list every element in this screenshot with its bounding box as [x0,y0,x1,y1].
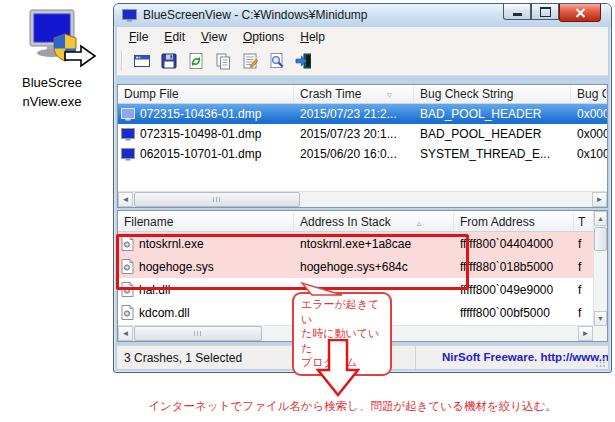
window-title: BlueScreenView - C:¥Windows¥Minidump [143,8,368,22]
upper-horizontal-scrollbar[interactable]: ◄ ► [118,191,607,207]
annotation-bottom-text: インターネットでファイル名から検索し、問題が起きている機材を絞り込む。 [90,399,615,414]
scrollbar-corner [593,326,607,341]
toolbar [117,47,608,76]
driver-list-header: Filename Address In Stack▵ From Address … [118,211,607,232]
scrollbar-thumb[interactable] [134,326,262,341]
maximize-button[interactable] [531,4,559,20]
save-button[interactable] [158,50,180,72]
exit-icon [295,52,313,70]
column-header-crash-time[interactable]: Crash Time▿ [294,85,414,103]
launch-arrow-icon [64,44,98,68]
dump-row-selected[interactable]: 072315-10436-01.dmp 2015/07/23 21:2... B… [118,104,607,124]
menu-help[interactable]: Help [292,28,333,46]
close-icon [575,8,586,18]
desktop-icon-label-line1: BlueScree [6,73,98,92]
dump-row[interactable]: 072315-10498-01.dmp 2015/07/23 20:1... B… [118,124,607,144]
minidump-file-icon [121,108,135,121]
find-icon [268,52,286,70]
desktop-icon-label-line2: nView.exe [6,92,98,111]
scroll-down-icon[interactable]: ▼ [594,311,607,326]
app-icon [122,9,137,22]
toolbar-grip [121,51,123,71]
dump-list-header: Dump File Crash Time▿ Bug Check String B… [118,85,607,104]
menu-view[interactable]: View [193,28,235,46]
copy-button[interactable] [212,50,234,72]
refresh-button[interactable] [185,50,207,72]
status-crash-count: 3 Crashes, 1 Selected [124,351,242,365]
callout-line: エラーが起きてい [301,297,390,326]
column-header-filename[interactable]: Filename [118,213,294,231]
scroll-left-icon[interactable]: ◄ [118,192,133,207]
scrollbar-thumb[interactable] [134,192,300,207]
copy-icon [214,52,232,70]
column-header-dump-file[interactable]: Dump File [118,85,294,103]
menu-bar: File Edit View Options Help [117,27,608,47]
resize-grip-icon[interactable] [596,357,606,367]
minimize-icon [513,13,522,16]
column-header-address-in-stack[interactable]: Address In Stack▵ [294,213,454,231]
scrollbar-thumb[interactable] [594,227,607,251]
minimize-button[interactable] [503,4,531,20]
callout-tail [296,281,352,296]
scroll-left-icon[interactable]: ◄ [118,326,133,341]
report-window-icon [133,52,151,70]
column-header-bug-check-string[interactable]: Bug Check String [414,85,571,103]
menu-file[interactable]: File [121,28,156,46]
minidump-file-icon [121,148,135,161]
dump-list-pane: Dump File Crash Time▿ Bug Check String B… [117,84,608,208]
column-header-from-address[interactable]: From Address [454,213,574,231]
minidump-file-icon [121,128,135,141]
scroll-right-icon[interactable]: ► [592,192,607,207]
dump-row[interactable]: 062015-10701-01.dmp 2015/06/20 16:0... S… [118,144,607,164]
refresh-icon [187,52,205,70]
status-nirsoft-link[interactable]: NirSoft Freeware. http://www.nir [415,346,608,369]
scroll-right-icon[interactable]: ► [578,326,593,341]
window-controls [503,4,601,22]
maximize-icon [540,7,551,17]
properties-button[interactable] [239,50,261,72]
annotation-highlight-box [116,234,469,290]
scroll-up-icon[interactable]: ▲ [594,211,607,226]
menu-options[interactable]: Options [235,28,292,46]
lower-vertical-scrollbar[interactable]: ▲ ▼ [593,211,607,326]
report-window-button[interactable] [131,50,153,72]
sort-icon: ▵ [417,218,422,228]
menu-edit[interactable]: Edit [156,28,193,46]
close-button[interactable] [559,4,601,22]
find-button[interactable] [266,50,288,72]
properties-icon [241,52,259,70]
column-header-bug-check-code[interactable]: Bug C [571,85,607,103]
annotation-down-arrow-icon [316,339,360,397]
sort-icon: ▿ [387,90,392,100]
exit-button[interactable] [293,50,315,72]
save-icon [160,52,178,70]
driver-file-icon [121,305,134,320]
screenshot-canvas: BlueScree nView.exe BlueScreenView - C:¥… [0,0,615,422]
